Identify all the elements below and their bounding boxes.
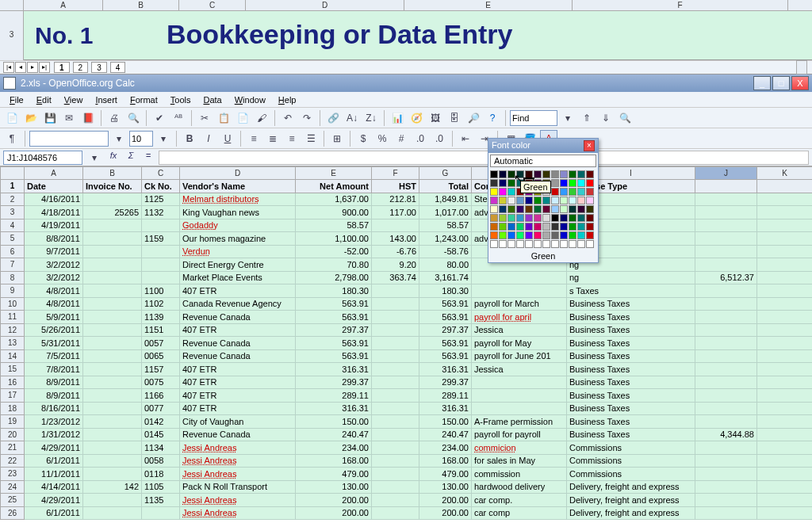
color-swatch[interactable] [577, 205, 585, 213]
bold-icon[interactable]: B [181, 130, 198, 147]
color-swatch[interactable] [499, 240, 507, 248]
maximize-button[interactable]: □ [772, 76, 790, 90]
color-swatch[interactable] [551, 197, 559, 204]
color-swatch[interactable] [490, 170, 498, 178]
color-swatch[interactable] [569, 170, 576, 178]
spellcheck-icon[interactable]: ✔ [151, 109, 168, 127]
font-name-dropdown-icon[interactable]: ▾ [110, 130, 128, 147]
color-swatch[interactable] [586, 188, 594, 196]
color-swatch[interactable] [586, 170, 594, 178]
automatic-color-button[interactable]: Automatic [490, 155, 596, 167]
redo-icon[interactable]: ↷ [298, 109, 316, 127]
color-swatch[interactable] [525, 240, 533, 248]
color-swatch[interactable] [525, 223, 533, 231]
find-dropdown-icon[interactable]: ▾ [559, 109, 576, 127]
color-swatch[interactable] [551, 214, 559, 222]
menu-data[interactable]: Data [197, 94, 228, 106]
table-row[interactable]: 44/19/2011Godaddy58.5758.57ng [1, 219, 813, 232]
color-swatch[interactable] [490, 214, 498, 222]
align-right-icon[interactable]: ≡ [283, 130, 301, 147]
table-row[interactable]: 244/14/20111421105Pack N Roll Transport1… [1, 480, 813, 494]
color-swatch[interactable] [508, 188, 515, 196]
row-header[interactable]: 14 [1, 349, 25, 363]
row-header[interactable]: 15 [1, 363, 25, 376]
color-swatch[interactable] [569, 231, 576, 239]
minimize-button[interactable]: _ [753, 76, 771, 90]
sheet-tab-1[interactable]: 1 [54, 62, 70, 73]
color-swatch[interactable] [490, 223, 498, 231]
row-header[interactable]: 26 [1, 506, 25, 520]
row-header[interactable]: 19 [1, 415, 25, 429]
table-row[interactable]: 115/9/20111139Revenue Canada563.91563.91… [1, 311, 813, 324]
color-swatch[interactable] [577, 179, 585, 187]
color-swatch[interactable] [516, 170, 524, 178]
color-swatch[interactable] [569, 188, 576, 196]
paste-icon[interactable]: 📄 [234, 109, 251, 127]
row-header[interactable]: 23 [1, 468, 25, 481]
table-row[interactable]: 191/23/20120142City of Vaughan150.00150.… [1, 415, 813, 429]
split-handle[interactable] [796, 60, 807, 74]
row-header[interactable]: 13 [1, 337, 25, 350]
align-center-icon[interactable]: ≣ [264, 130, 282, 147]
table-row[interactable]: 214/29/20111134Jessi Andreas234.00234.00… [1, 441, 813, 455]
col-header-C[interactable]: C [142, 167, 180, 180]
color-swatch[interactable] [490, 205, 498, 213]
row-header[interactable]: 25 [1, 494, 25, 507]
color-swatch[interactable] [534, 214, 542, 222]
color-swatch[interactable] [508, 197, 515, 204]
color-swatch[interactable] [508, 214, 515, 222]
styles-icon[interactable]: ¶ [3, 130, 21, 147]
col-header-E[interactable]: E [296, 167, 372, 180]
cellref-dropdown-icon[interactable]: ▾ [86, 149, 103, 166]
color-swatch[interactable] [577, 240, 585, 248]
col-header-D[interactable]: D [180, 167, 296, 180]
color-swatch[interactable] [586, 214, 594, 222]
color-swatch[interactable] [560, 240, 568, 248]
zoom-icon[interactable]: 🔎 [465, 109, 482, 127]
color-swatch[interactable] [586, 179, 594, 187]
color-swatch[interactable] [542, 170, 550, 178]
cell-reference-input[interactable] [3, 151, 82, 165]
function-wizard-icon[interactable]: fx [106, 151, 121, 165]
color-swatch[interactable] [577, 188, 585, 196]
color-swatch[interactable] [542, 231, 550, 239]
row-header[interactable]: 1 [1, 180, 25, 193]
new-doc-icon[interactable]: 📄 [3, 109, 21, 127]
sheet-tab-2[interactable]: 2 [73, 62, 89, 73]
format-paint-icon[interactable]: 🖌 [253, 109, 270, 127]
color-swatch[interactable] [516, 240, 524, 248]
color-swatch[interactable] [516, 197, 524, 204]
sort-desc-icon[interactable]: Z↓ [362, 109, 380, 127]
email-icon[interactable]: ✉ [60, 109, 78, 127]
find-next-icon[interactable]: ⇓ [597, 109, 615, 127]
close-button[interactable]: X [791, 76, 809, 90]
hyperlink-icon[interactable]: 🔗 [324, 109, 342, 127]
table-row[interactable]: 125/26/20111151407 ETR297.37297.37Jessic… [1, 323, 813, 337]
row-header[interactable]: 12 [1, 323, 25, 337]
copy-icon[interactable]: 📋 [215, 109, 232, 127]
row-header[interactable]: 24 [1, 480, 25, 494]
table-row[interactable]: 266/1/2011Jessi Andreas200.00200.00car c… [1, 506, 813, 520]
color-swatch[interactable] [551, 223, 559, 231]
color-swatch[interactable] [534, 197, 542, 204]
percent-icon[interactable]: % [373, 130, 391, 147]
row-header[interactable]: 18 [1, 402, 25, 415]
color-swatch[interactable] [577, 197, 585, 204]
color-swatch[interactable] [560, 197, 568, 204]
menu-help[interactable]: Help [272, 94, 303, 106]
color-swatch[interactable] [569, 240, 576, 248]
row-header[interactable]: 17 [1, 389, 25, 403]
nav-last-icon[interactable]: ▸| [39, 62, 50, 73]
table-row[interactable]: 135/31/20110057Revenue Canada563.91563.9… [1, 337, 813, 350]
color-swatch[interactable] [534, 240, 542, 248]
col-header-J[interactable]: J [695, 167, 757, 180]
gallery-icon[interactable]: 🖼 [427, 109, 444, 127]
color-swatch[interactable] [551, 179, 559, 187]
color-swatch[interactable] [490, 188, 498, 196]
color-swatch[interactable] [560, 231, 568, 239]
nav-prev-icon[interactable]: ◂ [15, 62, 26, 73]
color-swatch[interactable] [551, 231, 559, 239]
table-row[interactable]: 69/7/2011Verdun-52.00-6.76-58.76ng [1, 245, 813, 258]
row-header[interactable]: 22 [1, 454, 25, 468]
merge-cells-icon[interactable]: ⊞ [328, 130, 346, 147]
